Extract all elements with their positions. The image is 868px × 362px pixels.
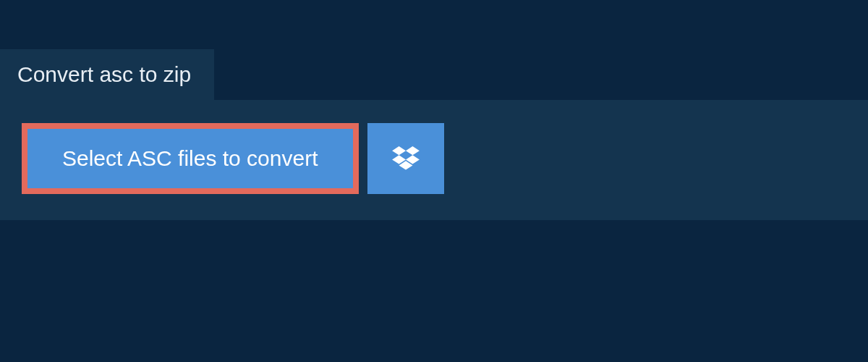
- tab-convert-asc-to-zip[interactable]: Convert asc to zip: [0, 49, 214, 100]
- button-row: Select ASC files to convert: [22, 123, 846, 194]
- conversion-panel: Select ASC files to convert: [0, 100, 868, 220]
- select-files-label: Select ASC files to convert: [62, 148, 318, 169]
- tab-bar: Convert asc to zip: [0, 0, 868, 100]
- dropbox-icon: [392, 146, 420, 171]
- tab-label: Convert asc to zip: [17, 62, 191, 86]
- select-files-button[interactable]: Select ASC files to convert: [22, 123, 359, 194]
- dropbox-button[interactable]: [367, 123, 444, 194]
